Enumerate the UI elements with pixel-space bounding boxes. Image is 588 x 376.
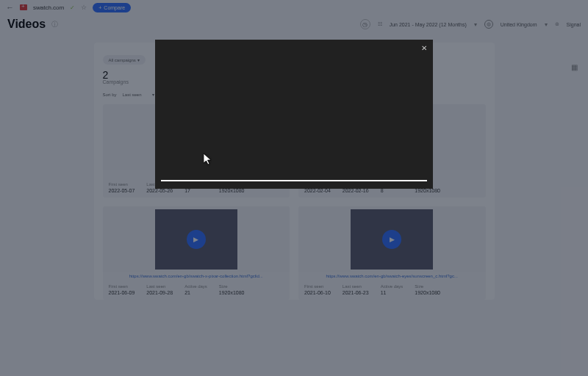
video-progress-bar[interactable]: [161, 180, 427, 181]
close-icon[interactable]: ✕: [421, 44, 427, 52]
video-player[interactable]: ✕: [155, 40, 433, 189]
video-modal-overlay[interactable]: ✕: [0, 0, 588, 376]
